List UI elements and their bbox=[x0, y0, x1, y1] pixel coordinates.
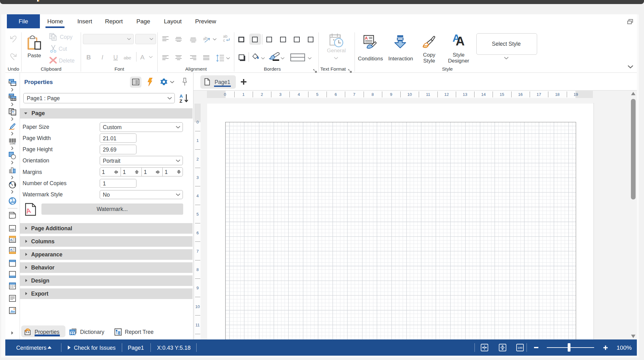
svg-text:A: A bbox=[365, 36, 368, 40]
svg-text:A: A bbox=[10, 248, 12, 251]
svg-text:A: A bbox=[10, 238, 12, 241]
svg-text:c: c bbox=[223, 38, 225, 43]
svg-text:A: A bbox=[12, 110, 14, 113]
svg-text:ab: ab bbox=[223, 34, 227, 39]
svg-text:12345: 12345 bbox=[10, 142, 15, 144]
svg-text:Z: Z bbox=[179, 98, 182, 104]
svg-text:A: A bbox=[179, 93, 183, 99]
svg-text:100: 100 bbox=[518, 346, 522, 349]
